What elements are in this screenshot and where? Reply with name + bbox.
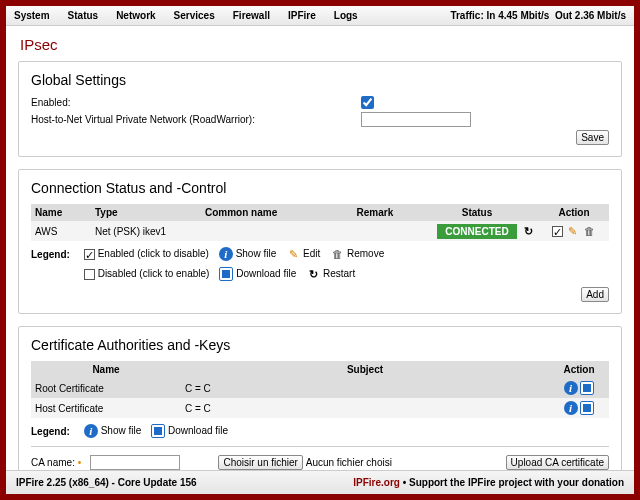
table-row: AWS Net (PSK) ikev1 CONNECTED ✎ 🗑	[31, 221, 609, 241]
restart-icon[interactable]	[521, 224, 535, 238]
choose-file-button[interactable]: Choisir un fichier	[218, 455, 302, 470]
col-status: Status	[437, 204, 517, 221]
ca-col-subject: Subject	[181, 361, 549, 378]
page-title: IPsec	[6, 26, 634, 61]
connection-legend-2: Legend: Disabled (click to enable) Downl…	[31, 267, 609, 281]
unchecked-icon	[84, 269, 95, 280]
disk-icon	[151, 424, 165, 438]
connection-heading: Connection Status and -Control	[31, 180, 609, 196]
download-icon[interactable]	[580, 381, 594, 395]
trash-icon: 🗑	[330, 247, 344, 261]
required-mark: •	[78, 457, 82, 468]
ca-col-name: Name	[31, 361, 181, 378]
edit-icon[interactable]: ✎	[566, 224, 580, 238]
ipfire-link[interactable]: IPFire.org	[353, 477, 400, 488]
global-heading: Global Settings	[31, 72, 609, 88]
pencil-icon: ✎	[286, 247, 300, 261]
traffic-indicator: Traffic: In 4.45 Mbit/s Out 2.36 Mbit/s	[450, 10, 626, 21]
conn-name: AWS	[31, 221, 91, 241]
cert-subject: C = C	[181, 398, 549, 418]
reload-icon	[306, 267, 320, 281]
ca-legend: Legend: i Show file Download file	[31, 424, 609, 438]
toggle-enabled-icon[interactable]	[552, 226, 563, 237]
menu-services[interactable]: Services	[174, 10, 215, 21]
add-button[interactable]: Add	[581, 287, 609, 302]
col-name: Name	[31, 204, 91, 221]
conn-common	[201, 221, 353, 241]
global-settings-section: Global Settings Enabled: Host-to-Net Vir…	[18, 61, 622, 157]
cert-name: Root Certificate	[31, 378, 181, 398]
table-row: Root Certificate C = C i	[31, 378, 609, 398]
menu-network[interactable]: Network	[116, 10, 155, 21]
menu-status[interactable]: Status	[68, 10, 99, 21]
connection-legend: Legend: Enabled (click to disable) i Sho…	[31, 247, 609, 261]
status-badge: CONNECTED	[437, 224, 517, 239]
no-file-label: Aucun fichier choisi	[306, 457, 392, 468]
menu-firewall[interactable]: Firewall	[233, 10, 270, 21]
roadwarrior-input[interactable]	[361, 112, 471, 127]
col-type: Type	[91, 204, 201, 221]
checked-icon	[84, 249, 95, 260]
connection-section: Connection Status and -Control Name Type…	[18, 169, 622, 314]
table-row: Host Certificate C = C i	[31, 398, 609, 418]
col-action: Action	[539, 204, 609, 221]
menu-ipfire[interactable]: IPFire	[288, 10, 316, 21]
info-icon: i	[219, 247, 233, 261]
info-icon: i	[84, 424, 98, 438]
upload-ca-button[interactable]: Upload CA certificate	[506, 455, 609, 470]
enabled-checkbox[interactable]	[361, 96, 374, 109]
disk-icon	[219, 267, 233, 281]
ca-section: Certificate Authorities and -Keys Name S…	[18, 326, 622, 470]
roadwarrior-label: Host-to-Net Virtual Private Network (Roa…	[31, 114, 361, 125]
ca-heading: Certificate Authorities and -Keys	[31, 337, 609, 353]
ca-col-action: Action	[549, 361, 609, 378]
delete-icon[interactable]: 🗑	[582, 224, 596, 238]
ca-table: Name Subject Action Root Certificate C =…	[31, 361, 609, 418]
info-icon[interactable]: i	[564, 381, 578, 395]
support-text: • Support the IPFire project with your d…	[400, 477, 624, 488]
menu-system[interactable]: System	[14, 10, 50, 21]
cert-subject: C = C	[181, 378, 549, 398]
enabled-label: Enabled:	[31, 97, 361, 108]
menu-logs[interactable]: Logs	[334, 10, 358, 21]
footer: IPFire 2.25 (x86_64) - Core Update 156 I…	[6, 470, 634, 494]
save-button[interactable]: Save	[576, 130, 609, 145]
conn-type: Net (PSK) ikev1	[91, 221, 201, 241]
col-remark: Remark	[353, 204, 437, 221]
conn-remark	[353, 221, 437, 241]
download-icon[interactable]	[580, 401, 594, 415]
info-icon[interactable]: i	[564, 401, 578, 415]
cert-name: Host Certificate	[31, 398, 181, 418]
ca-name-label: CA name:	[31, 457, 75, 468]
connection-table: Name Type Common name Remark Status Acti…	[31, 204, 609, 241]
version-text: IPFire 2.25 (x86_64) - Core Update 156	[16, 477, 197, 488]
col-common: Common name	[201, 204, 353, 221]
ca-name-input[interactable]	[90, 455, 180, 470]
top-menu-bar: System Status Network Services Firewall …	[6, 6, 634, 26]
